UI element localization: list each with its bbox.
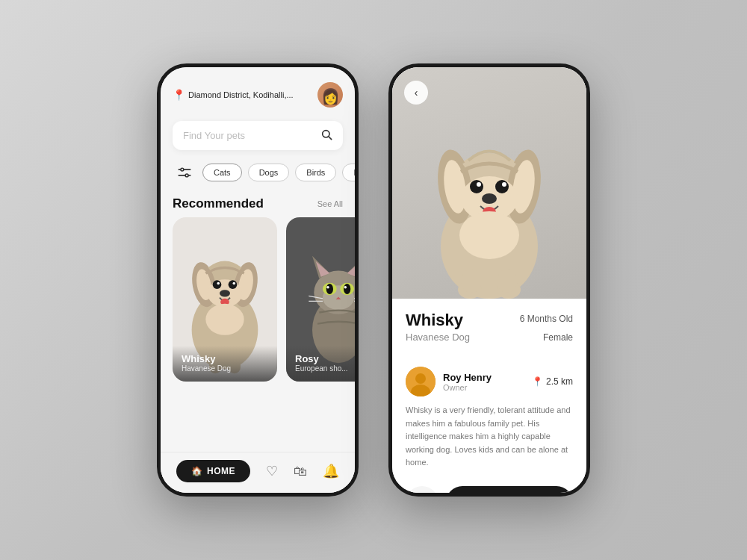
avatar-image: 👩	[321, 89, 340, 104]
pet-breed-row: Havanese Dog Female	[406, 332, 573, 343]
filter-rabbits[interactable]: Rabb...	[342, 164, 355, 181]
location-pin-icon: 📍	[173, 89, 185, 101]
svg-point-53	[459, 211, 519, 259]
distance-pin-icon: 📍	[532, 376, 543, 387]
pet-description: Whisky is a very friendly, tolerant atti…	[392, 404, 586, 479]
adopt-button[interactable]: TAKE ME HOME	[446, 486, 573, 493]
svg-rect-57	[498, 269, 516, 293]
owner-row: Roy Henry Owner 📍 2.5 km	[392, 367, 586, 396]
card-pet-breed-rosy: European sho...	[295, 364, 355, 373]
pet-detail-info: Whisky 6 Months Old Havanese Dog Female	[392, 299, 586, 352]
pet-breed: Havanese Dog	[406, 332, 470, 343]
svg-point-48	[495, 180, 509, 193]
phone-2: ‹	[388, 63, 590, 497]
pet-name-row: Whisky 6 Months Old	[406, 311, 573, 330]
svg-point-50	[502, 182, 506, 187]
user-avatar[interactable]: 👩	[317, 82, 343, 108]
svg-point-5	[185, 174, 188, 177]
svg-point-21	[205, 304, 244, 335]
whisky-large-illustration	[415, 105, 564, 299]
svg-point-15	[217, 282, 220, 285]
card-pet-breed-whisky: Havanese Dog	[182, 364, 268, 373]
svg-point-4	[181, 168, 184, 171]
filter-row: Cats Dogs Birds Rabb...	[161, 156, 355, 189]
search-placeholder: Find Your pets	[183, 130, 245, 141]
action-buttons: ♡ TAKE ME HOME	[392, 479, 586, 493]
search-icon[interactable]	[320, 128, 332, 143]
svg-point-47	[470, 180, 483, 193]
pet-name: Whisky	[406, 311, 463, 330]
svg-line-1	[329, 137, 332, 140]
card-info-whisky: Whisky Havanese Dog	[173, 346, 277, 382]
svg-point-51	[482, 193, 497, 204]
section-title: Recommended	[173, 196, 264, 211]
owner-avatar-image	[406, 367, 436, 396]
svg-point-14	[229, 280, 238, 289]
card-pet-name-whisky: Whisky	[182, 353, 268, 364]
svg-rect-56	[462, 269, 480, 293]
filter-toggle-button[interactable]	[173, 162, 196, 183]
pet-card-rosy[interactable]: Rosy European sho...	[286, 217, 355, 382]
dog-detail-illustration	[415, 105, 564, 299]
phone-1: 📍 Diamond District, Kodihalli,... 👩 Find…	[157, 63, 359, 497]
filter-birds[interactable]: Birds	[295, 164, 336, 181]
card-pet-name-rosy: Rosy	[295, 353, 355, 364]
svg-point-31	[326, 284, 333, 294]
filter-cats[interactable]: Cats	[202, 164, 242, 181]
owner-role: Owner	[443, 383, 492, 392]
svg-point-17	[220, 290, 230, 296]
home-icon: 🏠	[191, 466, 203, 476]
svg-point-32	[344, 284, 350, 294]
pet-age: 6 Months Old	[520, 314, 573, 324]
phone1-header: 📍 Diamond District, Kodihalli,... 👩	[161, 67, 355, 115]
home-label: HOME	[207, 466, 235, 476]
pet-gender: Female	[543, 332, 573, 343]
see-all-link[interactable]: See All	[317, 199, 343, 208]
home-nav-button[interactable]: 🏠 HOME	[176, 460, 251, 482]
location-row: 📍 Diamond District, Kodihalli,...	[173, 89, 294, 101]
distance-value: 2.5 km	[546, 376, 573, 387]
svg-point-49	[477, 182, 481, 187]
distance-info: 📍 2.5 km	[532, 376, 573, 387]
owner-info: Roy Henry Owner	[406, 367, 492, 396]
recommended-section-header: Recommended See All	[161, 189, 355, 217]
location-text: Diamond District, Kodihalli,...	[188, 90, 294, 99]
bottom-navbar: 🏠 HOME ♡ 🛍 🔔	[161, 452, 355, 493]
owner-avatar	[406, 367, 436, 396]
shop-nav-icon[interactable]: 🛍	[294, 464, 307, 479]
favorite-button[interactable]: ♡	[406, 486, 438, 493]
notifications-nav-icon[interactable]: 🔔	[323, 463, 339, 479]
pet-detail-image: ‹	[392, 67, 586, 299]
pet-cards-row: Whisky Havanese Dog	[161, 217, 355, 452]
svg-point-13	[213, 280, 222, 289]
search-bar[interactable]: Find Your pets	[173, 121, 343, 150]
filter-dogs[interactable]: Dogs	[248, 164, 290, 181]
card-info-rosy: Rosy European sho...	[286, 346, 355, 382]
favorites-nav-icon[interactable]: ♡	[266, 463, 278, 479]
svg-point-59	[415, 373, 426, 384]
pet-card-whisky[interactable]: Whisky Havanese Dog	[173, 217, 277, 382]
back-button[interactable]: ‹	[404, 81, 428, 105]
owner-text: Roy Henry Owner	[443, 372, 492, 392]
owner-name: Roy Henry	[443, 372, 492, 383]
svg-point-16	[233, 282, 236, 285]
svg-point-33	[326, 286, 329, 289]
svg-point-34	[344, 286, 347, 289]
